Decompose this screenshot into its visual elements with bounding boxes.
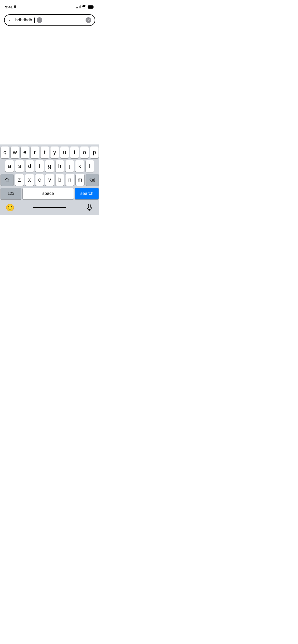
wifi-icon [82, 5, 86, 8]
keyboard-row-2: a s d f g h j k l [1, 160, 99, 172]
key-u[interactable]: u [60, 147, 69, 158]
key-f[interactable]: f [35, 160, 44, 172]
key-x[interactable]: x [25, 174, 34, 186]
key-i[interactable]: i [70, 147, 79, 158]
svg-rect-2 [88, 6, 93, 8]
keyboard: q w e r t y u i o p a s d f g h j k l z … [0, 144, 99, 215]
key-p[interactable]: p [90, 147, 99, 158]
selection-handle[interactable] [37, 17, 42, 23]
key-s[interactable]: s [15, 160, 24, 172]
numbers-key[interactable]: 123 [1, 188, 21, 199]
keyboard-row-1: q w e r t y u i o p [1, 147, 99, 158]
key-c[interactable]: c [35, 174, 44, 186]
key-q[interactable]: q [1, 147, 9, 158]
signal-bars-icon [76, 5, 81, 8]
shift-key[interactable] [1, 174, 13, 186]
shift-icon [4, 177, 10, 183]
search-input-text: hdhdhdh [15, 18, 32, 23]
key-n[interactable]: n [65, 174, 74, 186]
emoji-key[interactable]: 🙂 [5, 202, 15, 213]
backspace-key[interactable] [86, 174, 99, 186]
home-indicator [33, 207, 66, 208]
key-j[interactable]: j [65, 160, 74, 172]
key-v[interactable]: v [45, 174, 54, 186]
key-k[interactable]: k [75, 160, 84, 172]
status-icons [76, 5, 94, 9]
mic-key[interactable] [84, 202, 94, 213]
key-t[interactable]: t [40, 147, 49, 158]
svg-point-0 [84, 8, 85, 9]
mic-icon [86, 204, 92, 211]
search-input-area[interactable]: hdhdhdh [15, 17, 83, 23]
main-content [0, 29, 99, 138]
location-icon [14, 5, 16, 8]
time-display: 9:41 [5, 5, 13, 9]
keyboard-row-3: z x c v b n m [1, 174, 99, 186]
emoji-icon: 🙂 [6, 203, 15, 212]
key-g[interactable]: g [45, 160, 54, 172]
search-key[interactable]: search [75, 188, 99, 199]
status-time: 9:41 [5, 5, 16, 9]
space-key[interactable]: space [23, 188, 74, 199]
backspace-icon [89, 178, 95, 182]
key-r[interactable]: r [31, 147, 39, 158]
back-arrow-icon[interactable]: ← [8, 18, 13, 22]
key-m[interactable]: m [76, 174, 84, 186]
clear-button[interactable]: ✕ [86, 17, 91, 23]
search-bar-container: ← hdhdhdh ✕ [0, 12, 99, 29]
key-d[interactable]: d [25, 160, 34, 172]
status-bar: 9:41 [0, 0, 99, 12]
key-o[interactable]: o [80, 147, 89, 158]
keyboard-row-4: 123 space search [1, 188, 99, 199]
search-bar[interactable]: ← hdhdhdh ✕ [4, 14, 95, 26]
key-z[interactable]: z [15, 174, 24, 186]
key-y[interactable]: y [50, 147, 59, 158]
key-l[interactable]: l [86, 160, 94, 172]
key-b[interactable]: b [56, 174, 64, 186]
keyboard-bottom-row: 🙂 [1, 201, 99, 215]
key-h[interactable]: h [56, 160, 64, 172]
key-w[interactable]: w [11, 147, 19, 158]
text-cursor [34, 18, 35, 23]
battery-icon [88, 5, 94, 9]
key-e[interactable]: e [21, 147, 29, 158]
svg-rect-3 [88, 204, 90, 208]
key-a[interactable]: a [5, 160, 14, 172]
